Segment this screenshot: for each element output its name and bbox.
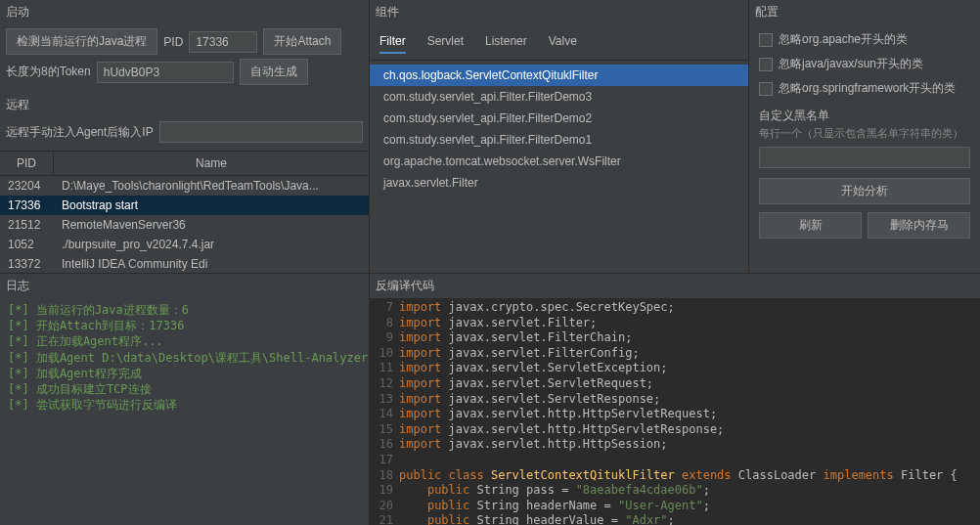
code-line: 12import javax.servlet.ServletRequest;: [370, 376, 980, 392]
attach-button[interactable]: 开始Attach: [263, 28, 341, 55]
list-item[interactable]: com.study.servlet_api.Filter.FilterDemo3: [370, 86, 748, 108]
token-input[interactable]: [97, 62, 234, 83]
list-item[interactable]: com.study.servlet_api.Filter.FilterDemo1: [370, 129, 748, 151]
tab-listener[interactable]: Listener: [485, 30, 527, 54]
log-line: [*] 尝试获取字节码进行反编译: [8, 397, 361, 413]
code-line: 7import javax.crypto.spec.SecretKeySpec;: [370, 300, 980, 316]
log-line: [*] 正在加载Agent程序...: [8, 333, 361, 349]
blacklist-input[interactable]: [759, 147, 970, 168]
remote-title: 远程: [0, 93, 369, 117]
code-line: 17: [370, 453, 980, 468]
log-line: [*] 加载Agent程序完成: [8, 366, 361, 381]
ignore-java-checkbox[interactable]: 忽略java/javax/sun开头的类: [759, 53, 970, 75]
generate-token-button[interactable]: 自动生成: [240, 59, 308, 85]
cell-name: ./burpsuite_pro_v2024.7.4.jar: [54, 238, 369, 251]
ignore-apache-checkbox[interactable]: 忽略org.apache开头的类: [759, 28, 970, 51]
component-title: 组件: [370, 0, 748, 24]
pid-input[interactable]: [189, 31, 257, 53]
code-line: 9import javax.servlet.FilterChain;: [370, 330, 980, 346]
log-line: [*] 开始Attach到目标：17336: [8, 318, 361, 333]
tab-filter[interactable]: Filter: [379, 30, 406, 54]
process-table-body: 23204D:\Maye_Tools\charonlight\RedTeamTo…: [0, 176, 369, 273]
code-line: 18public class ServletContextQituklFilte…: [370, 468, 980, 484]
cell-pid: 21512: [0, 218, 54, 232]
ignore-spring-label: 忽略org.springframework开头的类: [779, 80, 956, 97]
table-row[interactable]: 13372IntelliJ IDEA Community Edi: [0, 254, 369, 273]
analyze-button[interactable]: 开始分析: [759, 178, 970, 204]
ignore-apache-label: 忽略org.apache开头的类: [779, 31, 908, 48]
code-line: 16import javax.servlet.http.HttpSession;: [370, 437, 980, 453]
code-line: 19 public String pass = "8aeabefa4cdae06…: [370, 483, 980, 499]
table-row[interactable]: 17336Bootstrap start: [0, 196, 369, 215]
cell-pid: 1052: [0, 238, 54, 251]
decompile-title: 反编译代码: [370, 274, 980, 298]
list-item[interactable]: org.apache.tomcat.websocket.server.WsFil…: [370, 151, 748, 172]
cell-pid: 13372: [0, 257, 54, 271]
list-item[interactable]: com.study.servlet_api.Filter.FilterDemo2: [370, 108, 748, 129]
table-row[interactable]: 1052./burpsuite_pro_v2024.7.4.jar: [0, 235, 369, 254]
code-line: 13import javax.servlet.ServletResponse;: [370, 392, 980, 408]
col-header-pid[interactable]: PID: [0, 152, 54, 175]
detect-java-button[interactable]: 检测当前运行的Java进程: [6, 28, 157, 55]
ignore-java-label: 忽略java/javax/sun开头的类: [779, 56, 923, 72]
code-line: 14import javax.servlet.http.HttpServletR…: [370, 407, 980, 422]
blacklist-hint: 每行一个（只显示包含黑名单字符串的类）: [759, 126, 970, 141]
code-line: 20 public String headerName = "User-Agen…: [370, 499, 980, 514]
kill-memshell-button[interactable]: 删除内存马: [868, 212, 970, 239]
list-item[interactable]: javax.servlet.Filter: [370, 172, 748, 194]
startup-title: 启动: [0, 0, 369, 24]
remote-label: 远程手动注入Agent后输入IP: [6, 124, 154, 141]
cell-pid: 23204: [0, 179, 54, 193]
log-line: [*] 加载Agent D:\data\Desktop\课程工具\Shell-A…: [8, 350, 361, 366]
token-label: 长度为8的Token: [6, 64, 91, 80]
col-header-name[interactable]: Name: [54, 152, 369, 175]
refresh-button[interactable]: 刷新: [759, 212, 862, 239]
log-title: 日志: [0, 274, 369, 298]
code-line: 11import javax.servlet.ServletException;: [370, 361, 980, 376]
code-line: 21 public String headerValue = "Adxr";: [370, 513, 980, 525]
code-line: 8import javax.servlet.Filter;: [370, 316, 980, 331]
table-row[interactable]: 21512RemoteMavenServer36: [0, 215, 369, 235]
pid-label: PID: [163, 35, 183, 49]
cell-pid: 17336: [0, 198, 54, 212]
cell-name: Bootstrap start: [54, 198, 369, 212]
tab-servlet[interactable]: Servlet: [427, 30, 464, 54]
ignore-spring-checkbox[interactable]: 忽略org.springframework开头的类: [759, 77, 970, 100]
log-line: [*] 当前运行的Java进程数量：6: [8, 302, 361, 318]
blacklist-label: 自定义黑名单: [759, 108, 970, 124]
cell-name: D:\Maye_Tools\charonlight\RedTeamTools\J…: [54, 179, 369, 193]
log-output: [*] 当前运行的Java进程数量：6[*] 开始Attach到目标：17336…: [0, 298, 369, 525]
cell-name: IntelliJ IDEA Community Edi: [54, 257, 369, 271]
code-line: 15import javax.servlet.http.HttpServletR…: [370, 422, 980, 438]
code-viewer[interactable]: 7import javax.crypto.spec.SecretKeySpec;…: [370, 298, 980, 525]
cell-name: RemoteMavenServer36: [54, 218, 369, 232]
code-line: 10import javax.servlet.FilterConfig;: [370, 346, 980, 362]
config-title: 配置: [749, 0, 980, 24]
table-row[interactable]: 23204D:\Maye_Tools\charonlight\RedTeamTo…: [0, 176, 369, 196]
list-item[interactable]: ch.qos.logback.ServletContextQituklFilte…: [370, 65, 748, 86]
remote-ip-input[interactable]: [159, 121, 363, 143]
tab-valve[interactable]: Valve: [549, 30, 577, 54]
log-line: [*] 成功目标建立TCP连接: [8, 381, 361, 397]
